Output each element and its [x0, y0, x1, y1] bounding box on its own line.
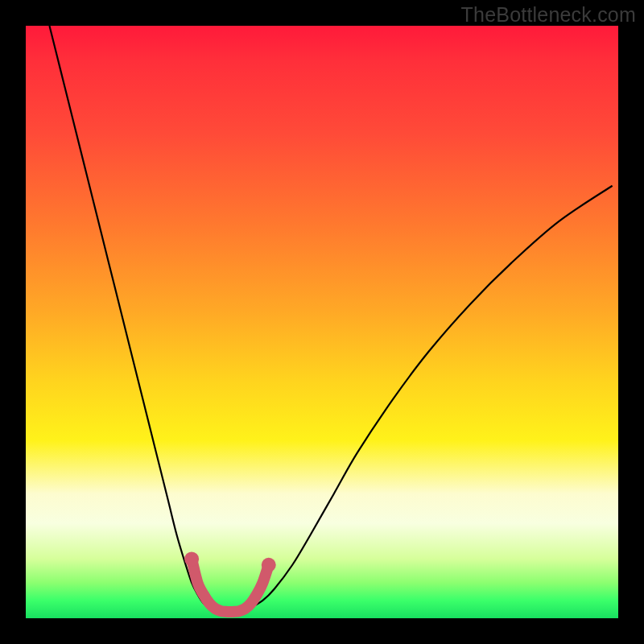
left-curve: [49, 26, 209, 608]
plot-area: [26, 26, 618, 618]
chart-frame: TheBottleneck.com: [0, 0, 644, 644]
right-curve: [251, 186, 613, 608]
optimal-region-dot: [262, 558, 276, 572]
optimal-region-dot: [184, 551, 199, 566]
chart-svg: [26, 26, 618, 618]
optimal-region-curve: [192, 559, 269, 612]
watermark-text: TheBottleneck.com: [461, 3, 636, 27]
